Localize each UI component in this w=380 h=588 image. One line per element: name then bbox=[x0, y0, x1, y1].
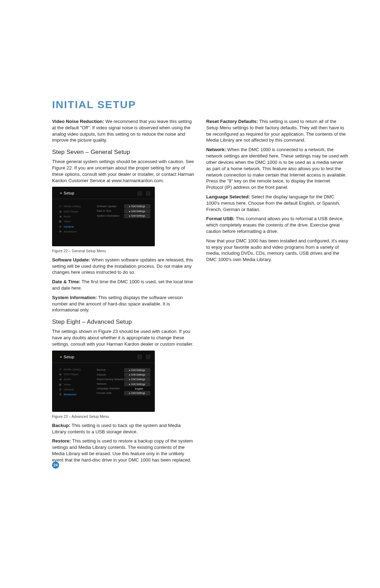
setup-option-value: ▸ Edit Settings bbox=[124, 377, 150, 381]
sidebar-glyph-icon: ◎ bbox=[59, 367, 62, 372]
setup-sidebar-item: ◎Media Library bbox=[59, 204, 93, 209]
setup-option-value: ▸ Edit Settings bbox=[124, 209, 150, 213]
sidebar-glyph-icon: ◀ bbox=[59, 215, 62, 219]
setup-header: ✦Setup bbox=[52, 187, 154, 197]
label-network: Network: bbox=[206, 147, 226, 152]
sidebar-item-label: General bbox=[64, 388, 74, 392]
setup-option-row: Date & Time▸ Edit Settings bbox=[97, 209, 150, 213]
figure-23-caption: Figure 23 – Advanced Setup Menu bbox=[52, 414, 194, 419]
label-language: Language Selected: bbox=[206, 194, 250, 199]
setup-option-value: ▸ Edit Settings bbox=[124, 373, 150, 377]
setup-sidebar-item: ◎Media Library bbox=[59, 367, 93, 372]
setup-option-label: System Information bbox=[97, 214, 120, 218]
paragraph-step-7-intro: These general system settings should be … bbox=[52, 159, 194, 184]
setup-option-row: System Information▸ Edit Settings bbox=[97, 213, 150, 218]
setup-option-label: Network bbox=[97, 382, 107, 386]
sidebar-item-label: DVD Player bbox=[64, 372, 78, 377]
wrench-icon: ✦ bbox=[59, 355, 62, 359]
setup-option-label: Backup bbox=[97, 368, 106, 372]
setup-sidebar-item: ✿General bbox=[59, 387, 93, 392]
sidebar-item-label: Media Library bbox=[64, 367, 81, 372]
text-restore: This setting is used to restore a backup… bbox=[52, 438, 193, 462]
setup-option-value: ▸ Edit Settings bbox=[124, 391, 150, 395]
columns: Video Noise Reduction: We recommend that… bbox=[52, 118, 348, 466]
header-indicators bbox=[138, 191, 150, 196]
paragraph-software-update: Software Update: When system software up… bbox=[52, 257, 194, 276]
setup-option-row: Software Update▸ Edit Settings bbox=[97, 204, 150, 209]
setup-title: ✦Setup bbox=[59, 191, 74, 196]
setup-sidebar: ◎Media Library◉DVD Player◀Audio▣Video✿Ge… bbox=[52, 199, 95, 239]
setup-option-label: Reset Factory Defaults bbox=[97, 378, 124, 381]
heading-step-7: Step Seven – General Setup bbox=[52, 148, 194, 156]
sidebar-glyph-icon: ◉ bbox=[59, 372, 62, 377]
label-format-usb: Format USB: bbox=[206, 216, 235, 221]
figure-23-advanced-setup-menu: ✦Setup◎Media Library◉DVD Player◀Audio▣Vi… bbox=[52, 351, 155, 412]
sidebar-item-label: Advanced bbox=[64, 230, 76, 234]
sidebar-glyph-icon: ✺ bbox=[59, 230, 62, 234]
left-column: Video Noise Reduction: We recommend that… bbox=[52, 118, 194, 466]
setup-body: ◎Media Library◉DVD Player◀Audio▣Video✿Ge… bbox=[52, 363, 154, 405]
setup-footer-pad bbox=[52, 240, 154, 246]
sidebar-item-label: Advanced bbox=[64, 392, 76, 397]
setup-sidebar-item: ✺Advanced bbox=[59, 229, 93, 234]
sidebar-glyph-icon: ✿ bbox=[59, 388, 62, 392]
manual-page: INITIAL SETUP Video Noise Reduction: We … bbox=[0, 0, 380, 588]
label-software-update: Software Update: bbox=[52, 257, 90, 262]
setup-option-value: English bbox=[128, 387, 150, 390]
setup-option-label: Restore bbox=[97, 373, 106, 377]
setup-option-label: Date & Time bbox=[97, 209, 111, 213]
setup-sidebar-item: ▣Video bbox=[59, 382, 93, 387]
setup-option-row: Format USB▸ Edit Settings bbox=[97, 391, 150, 395]
page-number-badge: 24 bbox=[52, 462, 59, 469]
paragraph-outro: Now that your DMC 1000 has been installe… bbox=[206, 238, 348, 263]
indicator-dot bbox=[138, 191, 142, 196]
setup-sidebar-item: ✺Advanced bbox=[59, 392, 93, 397]
figure-22-caption: Figure 22 – General Setup Menu bbox=[52, 248, 194, 253]
indicator-dot bbox=[146, 191, 150, 196]
sidebar-glyph-icon: ◀ bbox=[59, 377, 62, 382]
indicator-dot bbox=[138, 355, 142, 359]
setup-option-label: Software Update bbox=[97, 205, 116, 208]
setup-sidebar-item: ✿General bbox=[59, 224, 93, 229]
setup-option-value: ▸ Edit Settings bbox=[124, 214, 150, 218]
heading-step-8: Step Eight – Advanced Setup bbox=[52, 318, 194, 326]
sidebar-glyph-icon: ✿ bbox=[59, 225, 62, 229]
setup-body: ◎Media Library◉DVD Player◀Audio▣Video✿Ge… bbox=[52, 199, 154, 239]
sidebar-item-label: Audio bbox=[64, 215, 71, 219]
paragraph-restore: Restore: This setting is used to restore… bbox=[52, 438, 194, 463]
paragraph-date-time: Date & Time: The first time the DMC 1000… bbox=[52, 279, 194, 291]
setup-sidebar-item: ◉DVD Player bbox=[59, 372, 93, 377]
wrench-icon: ✦ bbox=[59, 191, 62, 195]
label-reset-factory: Reset Factory Defaults: bbox=[206, 119, 258, 124]
setup-sidebar-item: ◀Audio bbox=[59, 214, 93, 219]
sidebar-item-label: Video bbox=[64, 219, 71, 224]
sidebar-item-label: Media Library bbox=[64, 204, 81, 209]
figure-22-general-setup-menu: ✦Setup◎Media Library◉DVD Player◀Audio▣Vi… bbox=[52, 187, 155, 246]
setup-title: ✦Setup bbox=[59, 354, 74, 360]
page-title: INITIAL SETUP bbox=[52, 99, 348, 111]
sidebar-glyph-icon: ◉ bbox=[59, 210, 62, 214]
setup-sidebar-item: ◉DVD Player bbox=[59, 209, 93, 214]
paragraph-video-noise: Video Noise Reduction: We recommend that… bbox=[52, 118, 194, 143]
paragraph-system-information: System Information: This setting display… bbox=[52, 295, 194, 313]
sidebar-glyph-icon: ◎ bbox=[59, 204, 62, 209]
setup-option-label: Format USB bbox=[97, 391, 111, 395]
paragraph-backup: Backup: This setting is used to back up … bbox=[52, 422, 194, 435]
setup-option-row: Network▸ Edit Settings bbox=[97, 382, 150, 386]
text-backup: This setting is used to back up the syst… bbox=[52, 423, 181, 434]
sidebar-item-label: DVD Player bbox=[64, 210, 78, 214]
setup-option-value: ▸ Edit Settings bbox=[124, 204, 150, 208]
sidebar-glyph-icon: ✺ bbox=[59, 392, 62, 397]
label-backup: Backup: bbox=[52, 423, 70, 428]
setup-sidebar: ◎Media Library◉DVD Player◀Audio▣Video✿Ge… bbox=[52, 363, 95, 405]
setup-option-label: Language Selected bbox=[97, 387, 120, 390]
sidebar-item-label: General bbox=[64, 225, 74, 229]
label-video-noise: Video Noise Reduction: bbox=[52, 119, 104, 124]
label-restore: Restore: bbox=[52, 438, 71, 444]
setup-option-value: ▸ Edit Settings bbox=[124, 382, 150, 386]
paragraph-language: Language Selected: Select the display la… bbox=[206, 194, 348, 212]
sidebar-glyph-icon: ▣ bbox=[59, 219, 62, 224]
setup-footer-pad bbox=[52, 405, 154, 411]
paragraph-format-usb: Format USB: This command allows you to r… bbox=[206, 216, 348, 234]
setup-option-row: Language SelectedEnglish bbox=[97, 386, 150, 391]
